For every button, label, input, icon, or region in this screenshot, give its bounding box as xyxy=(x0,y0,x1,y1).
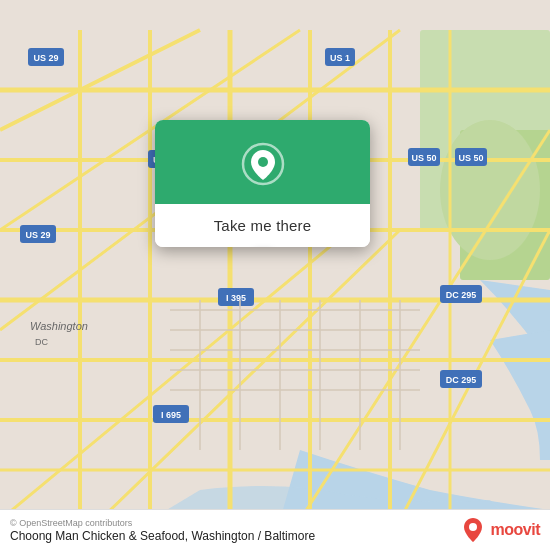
svg-point-58 xyxy=(258,157,268,167)
svg-text:I 695: I 695 xyxy=(161,410,181,420)
svg-text:US 50: US 50 xyxy=(411,153,436,163)
svg-text:US 29: US 29 xyxy=(25,230,50,240)
svg-text:Washington: Washington xyxy=(30,320,88,332)
svg-text:I 395: I 395 xyxy=(226,293,246,303)
svg-text:DC: DC xyxy=(35,337,48,347)
map-container: I 395 I 695 DC 295 DC 295 US 29 US 1 US … xyxy=(0,0,550,550)
moovit-icon xyxy=(459,516,487,544)
popup-card: Take me there xyxy=(155,120,370,247)
location-name: Choong Man Chicken & Seafood, Washington… xyxy=(10,529,315,543)
svg-text:DC 295: DC 295 xyxy=(446,290,477,300)
svg-text:US 1: US 1 xyxy=(330,53,350,63)
footer-text: © OpenStreetMap contributors Choong Man … xyxy=(10,518,315,543)
location-pin-icon xyxy=(241,142,285,186)
moovit-wordmark: moovit xyxy=(491,521,540,539)
footer-bar: © OpenStreetMap contributors Choong Man … xyxy=(0,509,550,550)
svg-point-59 xyxy=(469,523,477,531)
map-background: I 395 I 695 DC 295 DC 295 US 29 US 1 US … xyxy=(0,0,550,550)
copyright-text: © OpenStreetMap contributors xyxy=(10,518,315,528)
take-me-there-button[interactable]: Take me there xyxy=(155,204,370,247)
svg-text:US 50: US 50 xyxy=(458,153,483,163)
moovit-logo: moovit xyxy=(459,516,540,544)
popup-header xyxy=(155,120,370,204)
svg-text:DC 295: DC 295 xyxy=(446,375,477,385)
svg-point-3 xyxy=(440,120,540,260)
svg-text:US 29: US 29 xyxy=(33,53,58,63)
